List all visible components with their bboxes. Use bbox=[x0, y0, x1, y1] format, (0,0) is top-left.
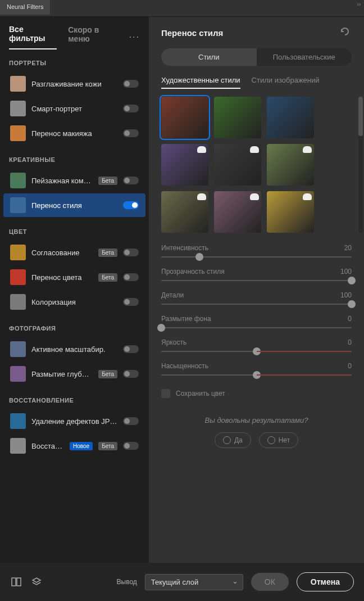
slider-track[interactable] bbox=[161, 304, 352, 305]
layers-icon[interactable] bbox=[30, 576, 43, 588]
section-portraits: ПОРТРЕТЫ bbox=[0, 49, 149, 71]
ok-button[interactable]: ОК bbox=[251, 573, 289, 591]
sidebar: Все фильтры Скоро в меню ··· ПОРТРЕТЫ Ра… bbox=[0, 17, 149, 563]
filter-item[interactable]: Перенос стиля bbox=[3, 193, 145, 217]
scrollbar[interactable] bbox=[358, 97, 363, 233]
style-tile[interactable] bbox=[214, 144, 261, 186]
cloud-download-icon bbox=[250, 193, 259, 200]
filter-toggle[interactable] bbox=[123, 80, 139, 88]
slider-track[interactable] bbox=[161, 327, 352, 328]
filter-item[interactable]: Активное масштабир. bbox=[3, 337, 145, 361]
preview-icon[interactable] bbox=[10, 576, 22, 588]
tab-coming-soon[interactable]: Скоро в меню bbox=[68, 25, 117, 49]
filter-item[interactable]: СогласованиеБета bbox=[3, 241, 145, 264]
svg-rect-1 bbox=[17, 578, 21, 586]
tab-all-filters[interactable]: Все фильтры bbox=[9, 25, 57, 49]
subtab-image-styles[interactable]: Стили изображений bbox=[252, 76, 320, 89]
feedback-yes-button[interactable]: Да bbox=[215, 432, 251, 448]
window-tab[interactable]: Neural Filters bbox=[0, 0, 50, 15]
seg-styles[interactable]: Стили bbox=[161, 48, 257, 66]
subtab-art-styles[interactable]: Художественные стили bbox=[161, 76, 240, 89]
filter-toggle[interactable] bbox=[123, 248, 139, 256]
filter-thumbnail bbox=[10, 76, 26, 92]
cancel-button[interactable]: Отмена bbox=[297, 572, 354, 591]
filter-item[interactable]: Перенос макияжа bbox=[3, 121, 145, 145]
slider-knob[interactable] bbox=[348, 277, 356, 284]
panel-grip-icon[interactable]: ›› bbox=[357, 1, 361, 7]
filter-thumbnail bbox=[10, 173, 26, 188]
badge-beta: Бета bbox=[98, 442, 117, 450]
filter-label: Смарт-портрет bbox=[31, 105, 117, 113]
slider-track[interactable] bbox=[161, 374, 352, 376]
filter-item[interactable]: Удаление дефектов JPEG bbox=[3, 409, 145, 433]
filter-toggle[interactable] bbox=[123, 417, 139, 425]
slider-label: Прозрачность стиля bbox=[161, 268, 225, 275]
content-title: Перенос стиля bbox=[161, 28, 223, 38]
cloud-download-icon bbox=[250, 146, 259, 153]
filter-toggle[interactable] bbox=[123, 129, 139, 137]
style-tile[interactable] bbox=[161, 144, 208, 186]
filter-thumbnail bbox=[10, 269, 26, 285]
filter-label: Размытие глубины bbox=[31, 370, 93, 378]
style-tile[interactable] bbox=[161, 97, 208, 138]
filter-item[interactable]: Перенос цветаБета bbox=[3, 265, 145, 289]
filter-item[interactable]: Разглаживание кожи bbox=[3, 72, 145, 96]
slider-knob[interactable] bbox=[348, 300, 356, 308]
slider-knob[interactable] bbox=[253, 371, 261, 379]
slider-knob[interactable] bbox=[253, 347, 261, 355]
filter-label: Активное масштабир. bbox=[31, 345, 117, 354]
preserve-color-label: Сохранить цвет bbox=[176, 390, 225, 397]
filter-thumbnail bbox=[10, 366, 26, 382]
filter-label: Колоризация bbox=[31, 298, 117, 306]
preserve-color-checkbox[interactable] bbox=[161, 389, 170, 398]
slider-value: 0 bbox=[348, 315, 352, 323]
filter-toggle[interactable] bbox=[123, 201, 139, 209]
filter-toggle[interactable] bbox=[123, 345, 139, 353]
output-select[interactable]: Текущий слой bbox=[145, 574, 243, 590]
filter-label: Перенос цвета bbox=[31, 273, 93, 282]
filter-label: Перенос макияжа bbox=[31, 129, 117, 138]
reset-icon[interactable] bbox=[340, 27, 352, 38]
style-tile[interactable] bbox=[267, 191, 314, 233]
filter-toggle[interactable] bbox=[123, 442, 139, 450]
styles-grid bbox=[161, 97, 352, 233]
filter-thumbnail bbox=[10, 125, 26, 141]
section-photo: ФОТОГРАФИЯ bbox=[0, 315, 149, 336]
style-tile[interactable] bbox=[214, 191, 261, 233]
filter-thumbnail bbox=[10, 197, 26, 213]
slider-row: Насыщенность0 bbox=[161, 362, 352, 376]
feedback-no-button[interactable]: Нет bbox=[259, 432, 298, 448]
filter-label: Разглаживание кожи bbox=[31, 80, 117, 88]
filter-item[interactable]: Размытие глубиныБета bbox=[3, 362, 145, 386]
seg-custom[interactable]: Пользовательские bbox=[257, 48, 352, 66]
sliders-panel: Интенсивность20Прозрачность стиля100Дета… bbox=[149, 235, 364, 386]
filter-item[interactable]: Пейзажная комп…Бета bbox=[3, 169, 145, 192]
badge-beta: Бета bbox=[98, 273, 117, 282]
filter-item[interactable]: Колоризация bbox=[3, 290, 145, 314]
filter-toggle[interactable] bbox=[123, 105, 139, 112]
window-titlebar: Neural Filters ›› bbox=[0, 0, 364, 17]
cloud-download-icon bbox=[197, 193, 206, 200]
style-tile[interactable] bbox=[267, 97, 314, 138]
slider-knob[interactable] bbox=[195, 253, 203, 261]
slider-track[interactable] bbox=[161, 280, 352, 281]
filter-thumbnail bbox=[10, 413, 26, 429]
style-tile[interactable] bbox=[214, 97, 261, 138]
filter-item[interactable]: Восстано…НовоеБета bbox=[3, 434, 145, 458]
slider-knob[interactable] bbox=[157, 324, 165, 332]
filter-thumbnail bbox=[10, 341, 26, 357]
slider-label: Размытие фона bbox=[161, 315, 211, 323]
filter-item[interactable]: Смарт-портрет bbox=[3, 97, 145, 120]
more-menu-icon[interactable]: ··· bbox=[129, 32, 140, 42]
filter-toggle[interactable] bbox=[123, 177, 139, 184]
slider-track[interactable] bbox=[161, 256, 352, 257]
filter-toggle[interactable] bbox=[123, 273, 139, 281]
slider-row: Яркость0 bbox=[161, 338, 352, 352]
badge-beta: Бета bbox=[98, 370, 117, 378]
filter-toggle[interactable] bbox=[123, 298, 139, 306]
style-tile[interactable] bbox=[161, 191, 208, 233]
filter-toggle[interactable] bbox=[123, 370, 139, 378]
style-tile[interactable] bbox=[267, 144, 314, 186]
slider-track[interactable] bbox=[161, 351, 352, 352]
filter-label: Согласование bbox=[31, 248, 93, 257]
